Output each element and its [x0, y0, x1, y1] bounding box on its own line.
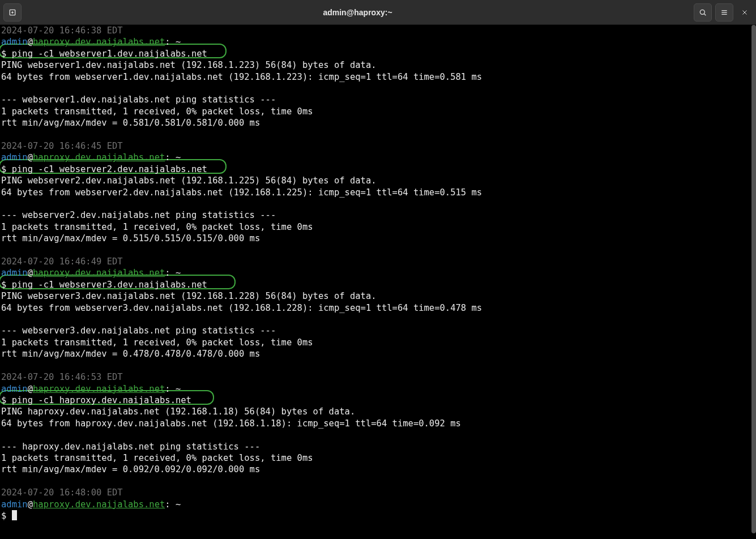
terminal-line: $: [1, 510, 755, 521]
terminal-line: 1 packets transmitted, 1 received, 0% pa…: [1, 337, 755, 348]
terminal-line: 2024-07-20 16:46:45 EDT: [1, 140, 755, 152]
terminal-line: admin@haproxy.dev.naijalabs.net: ~: [1, 36, 755, 48]
terminal-line: PING webserver1.dev.naijalabs.net (192.1…: [1, 59, 755, 71]
terminal-line: $ ping -c1 webserver2.dev.naijalabs.net: [1, 164, 755, 175]
terminal-line: $ ping -c1 webserver1.dev.naijalabs.net: [1, 48, 755, 59]
search-button[interactable]: [694, 3, 712, 22]
terminal-line: rtt min/avg/max/mdev = 0.092/0.092/0.092…: [1, 464, 755, 475]
terminal-line: admin@haproxy.dev.naijalabs.net: ~: [1, 383, 755, 395]
window-titlebar: admin@haproxy:~: [0, 0, 756, 25]
menu-button[interactable]: [715, 3, 733, 22]
window-title: admin@haproxy:~: [323, 8, 392, 17]
terminal-line: 2024-07-20 16:46:53 EDT: [1, 371, 755, 383]
terminal-line: rtt min/avg/max/mdev = 0.478/0.478/0.478…: [1, 348, 755, 360]
terminal-line: admin@haproxy.dev.naijalabs.net: ~: [1, 499, 755, 510]
svg-point-3: [700, 10, 704, 14]
terminal-line: 64 bytes from webserver3.dev.naijalabs.n…: [1, 302, 755, 314]
terminal-line: 1 packets transmitted, 1 received, 0% pa…: [1, 106, 755, 117]
svg-line-4: [704, 14, 706, 15]
terminal-line: 64 bytes from haproxy.dev.naijalabs.net …: [1, 418, 755, 429]
terminal-line: --- webserver1.dev.naijalabs.net ping st…: [1, 94, 755, 105]
terminal-line: 64 bytes from webserver2.dev.naijalabs.n…: [1, 187, 755, 198]
terminal-line: rtt min/avg/max/mdev = 0.515/0.515/0.515…: [1, 233, 755, 244]
terminal-line: admin@haproxy.dev.naijalabs.net: ~: [1, 152, 755, 163]
terminal-line: 2024-07-20 16:46:38 EDT: [1, 25, 755, 36]
terminal-area[interactable]: 2024-07-20 16:46:38 EDTadmin@haproxy.dev…: [0, 25, 756, 539]
cursor: [12, 510, 17, 520]
close-button[interactable]: [737, 3, 753, 22]
terminal-line: PING haproxy.dev.naijalabs.net (192.168.…: [1, 406, 755, 417]
terminal-line: 1 packets transmitted, 1 received, 0% pa…: [1, 221, 755, 233]
terminal-line: $ ping -c1 haproxy.dev.naijalabs.net: [1, 395, 755, 406]
terminal-line: --- webserver3.dev.naijalabs.net ping st…: [1, 325, 755, 336]
terminal-line: admin@haproxy.dev.naijalabs.net: ~: [1, 267, 755, 279]
terminal-line: --- webserver2.dev.naijalabs.net ping st…: [1, 209, 755, 221]
terminal-line: rtt min/avg/max/mdev = 0.581/0.581/0.581…: [1, 117, 755, 129]
terminal-line: $ ping -c1 webserver3.dev.naijalabs.net: [1, 279, 755, 290]
terminal-line: 2024-07-20 16:48:00 EDT: [1, 487, 755, 498]
terminal-line: --- haproxy.dev.naijalabs.net ping stati…: [1, 441, 755, 452]
terminal-line: PING webserver2.dev.naijalabs.net (192.1…: [1, 175, 755, 186]
terminal-line: 64 bytes from webserver1.dev.naijalabs.n…: [1, 71, 755, 83]
new-tab-button[interactable]: [3, 3, 22, 22]
terminal-line: PING webserver3.dev.naijalabs.net (192.1…: [1, 290, 755, 302]
terminal-line: 1 packets transmitted, 1 received, 0% pa…: [1, 452, 755, 464]
terminal-line: 2024-07-20 16:46:49 EDT: [1, 256, 755, 267]
